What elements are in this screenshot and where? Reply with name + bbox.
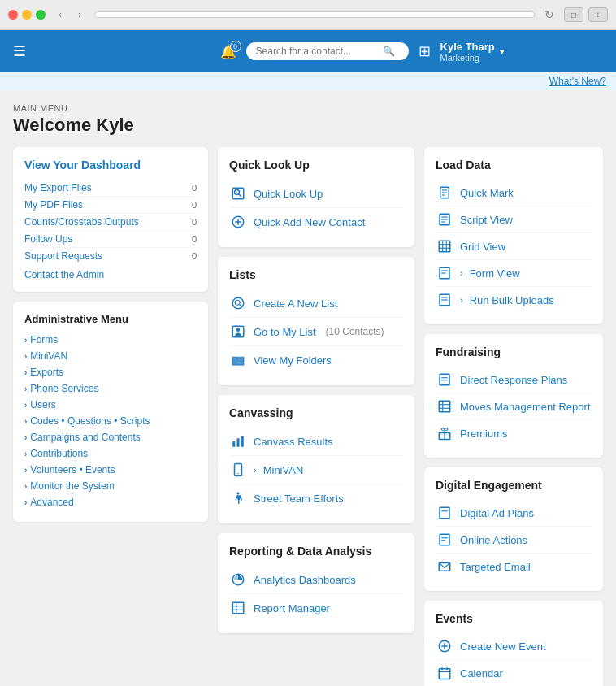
svg-point-1 xyxy=(235,190,240,195)
dashboard-link[interactable]: View Your Dashboard xyxy=(24,158,197,172)
online-actions-link[interactable]: Online Actions xyxy=(436,527,592,554)
grid-icon xyxy=(436,397,453,415)
admin-item-forms[interactable]: ›Forms xyxy=(24,332,197,348)
quick-mark-link[interactable]: Quick Mark xyxy=(436,180,592,206)
canvassing-card: Canvassing Canvass Results › MiniVAN xyxy=(218,395,414,523)
events-card: Events Create New Event Calendar xyxy=(424,601,603,686)
browser-nav: ‹ › xyxy=(52,7,88,23)
user-menu[interactable]: Kyle Tharp Marketing ▼ xyxy=(440,41,506,63)
admin-item-exports[interactable]: ›Exports xyxy=(24,364,197,380)
main-content: MAIN MENU Welcome Kyle View Your Dashboa… xyxy=(0,90,616,686)
lists-card: Lists Create A New List Go to My List (1… xyxy=(218,257,414,385)
create-event-link[interactable]: Create New Event xyxy=(436,633,592,660)
admin-item-users[interactable]: ›Users xyxy=(24,397,197,413)
list-item[interactable]: Support Requests 0 xyxy=(24,248,197,264)
url-bar[interactable] xyxy=(94,11,535,18)
grid-report-icon xyxy=(229,599,247,617)
admin-menu-card: Administrative Menu ›Forms ›MiniVAN ›Exp… xyxy=(13,302,208,522)
admin-item-minivan[interactable]: ›MiniVAN xyxy=(24,348,197,364)
maximize-dot[interactable] xyxy=(36,10,46,20)
svg-rect-41 xyxy=(440,374,449,385)
go-to-list-link[interactable]: Go to My List (10 Contacts) xyxy=(229,318,403,346)
list-item[interactable]: My Export Files 0 xyxy=(24,180,197,197)
moves-management-link[interactable]: Moves Management Report xyxy=(436,393,592,420)
notification-badge: 0 xyxy=(230,41,241,52)
quick-lookup-title: Quick Look Up xyxy=(229,158,403,172)
doc-icon xyxy=(436,531,453,549)
load-data-title: Load Data xyxy=(436,158,592,172)
followups-count: 0 xyxy=(192,234,197,244)
quick-add-contact-link[interactable]: Quick Add New Contact xyxy=(229,208,403,236)
report-manager-link[interactable]: Report Manager xyxy=(229,594,403,622)
premiums-link[interactable]: Premiums xyxy=(436,420,592,446)
contact-admin-link[interactable]: Contact the Admin xyxy=(24,269,197,280)
calendar-label: Calendar xyxy=(460,667,503,679)
export-files-count: 0 xyxy=(192,183,197,193)
content-grid: View Your Dashboard My Export Files 0 My… xyxy=(13,147,603,686)
list-item[interactable]: Counts/Crosstabs Outputs 0 xyxy=(24,214,197,231)
bookmark-button[interactable]: + xyxy=(588,7,608,22)
calendar-link[interactable]: Calendar xyxy=(436,660,592,686)
street-team-link[interactable]: Street Team Efforts xyxy=(229,484,403,512)
user-chevron-icon: ▼ xyxy=(498,47,506,56)
admin-item-label: Monitor the System xyxy=(30,480,114,492)
contact-count: (10 Contacts) xyxy=(326,326,384,337)
share-button[interactable]: □ xyxy=(564,7,583,22)
admin-item-monitor[interactable]: ›Monitor the System xyxy=(24,478,197,494)
script-view-label: Script View xyxy=(460,214,513,226)
admin-item-campaigns[interactable]: ›Campaigns and Contents xyxy=(24,429,197,445)
plus-circle-icon xyxy=(229,213,247,231)
analytics-dashboards-link[interactable]: Analytics Dashboards xyxy=(229,566,403,594)
view-folders-label: View My Folders xyxy=(254,354,332,367)
premiums-label: Premiums xyxy=(460,428,508,440)
targeted-email-link[interactable]: Targeted Email xyxy=(436,554,592,580)
digital-ad-plans-link[interactable]: Digital Ad Plans xyxy=(436,500,592,527)
canvass-results-link[interactable]: Canvass Results xyxy=(229,428,403,456)
online-actions-label: Online Actions xyxy=(460,534,527,546)
doc-icon xyxy=(436,371,453,389)
svg-rect-49 xyxy=(440,507,449,519)
admin-item-phone[interactable]: ›Phone Services xyxy=(24,380,197,397)
search-icon: 🔍 xyxy=(383,46,395,57)
admin-item-contributions[interactable]: ›Contributions xyxy=(24,445,197,462)
direct-response-link[interactable]: Direct Response Plans xyxy=(436,367,592,393)
refresh-icon[interactable]: ↻ xyxy=(541,7,557,23)
arrow-icon: › xyxy=(24,449,27,458)
admin-item-advanced[interactable]: ›Advanced xyxy=(24,494,197,510)
script-view-link[interactable]: Script View xyxy=(436,206,592,233)
arrow-icon: › xyxy=(24,482,27,491)
svg-point-10 xyxy=(236,328,241,332)
notification-bell[interactable]: 🔔 0 xyxy=(220,44,236,59)
svg-point-6 xyxy=(232,297,244,309)
reporting-card: Reporting & Data Analysis Analytics Dash… xyxy=(218,533,414,633)
form-view-link[interactable]: › Form View xyxy=(436,260,592,287)
whats-new-link[interactable]: What's New? xyxy=(0,72,616,90)
followups-label: Follow Ups xyxy=(24,233,72,245)
arrow-icon: › xyxy=(24,417,27,426)
admin-item-volunteers[interactable]: ›Volunteers • Events xyxy=(24,462,197,478)
calendar-icon xyxy=(436,664,453,682)
grid-view-link[interactable]: Grid View xyxy=(436,233,592,260)
arrow-icon: › xyxy=(460,268,463,278)
bulk-uploads-link[interactable]: › Run Bulk Uploads xyxy=(436,287,592,313)
list-item[interactable]: Follow Ups 0 xyxy=(24,231,197,248)
minimize-dot[interactable] xyxy=(22,10,32,20)
view-folders-link[interactable]: View My Folders xyxy=(229,346,403,374)
goto-list-label: Go to My List xyxy=(254,326,316,338)
admin-item-label: Exports xyxy=(30,367,63,378)
minivan-link[interactable]: › MiniVAN xyxy=(229,456,403,484)
svg-rect-58 xyxy=(439,669,450,679)
mini-arrow-icon: › xyxy=(254,465,257,475)
hamburger-menu[interactable]: ☰ xyxy=(13,42,26,60)
list-item[interactable]: My PDF Files 0 xyxy=(24,197,197,214)
arrow-icon: › xyxy=(24,466,27,475)
grid-apps-icon[interactable]: ⊞ xyxy=(419,42,431,60)
back-button[interactable]: ‹ xyxy=(52,7,68,23)
forward-button[interactable]: › xyxy=(72,7,88,23)
create-list-link[interactable]: Create A New List xyxy=(229,289,403,318)
quick-lookup-link[interactable]: Quick Look Up xyxy=(229,180,403,208)
admin-item-codes[interactable]: ›Codes • Questions • Scripts xyxy=(24,413,197,429)
svg-rect-18 xyxy=(232,602,244,614)
close-dot[interactable] xyxy=(8,10,18,20)
search-input[interactable] xyxy=(256,46,378,57)
